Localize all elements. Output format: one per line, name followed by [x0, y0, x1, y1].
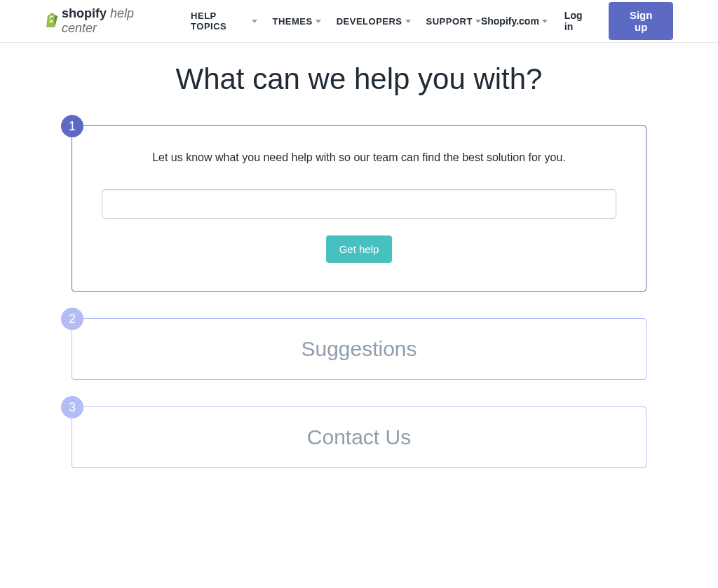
step-2-box: 2 Suggestions — [72, 318, 646, 380]
step-2-title: Suggestions — [100, 337, 618, 361]
logo[interactable]: shopify help center — [45, 6, 170, 36]
step-3-box: 3 Contact Us — [72, 406, 646, 468]
step-2-badge: 2 — [61, 308, 83, 330]
main-nav: HELP TOPICS THEMES DEVELOPERS SUPPORT — [191, 11, 481, 32]
step-1-badge: 1 — [61, 115, 83, 137]
chevron-down-icon — [475, 20, 481, 23]
signup-button[interactable]: Sign up — [609, 2, 673, 40]
header: shopify help center HELP TOPICS THEMES D… — [0, 0, 718, 43]
nav-support[interactable]: SUPPORT — [426, 11, 481, 32]
logo-text: shopify help center — [62, 6, 170, 36]
step-3-badge: 3 — [61, 396, 83, 418]
chevron-down-icon — [252, 20, 257, 23]
get-help-button[interactable]: Get help — [326, 235, 393, 263]
help-input[interactable] — [102, 189, 616, 219]
shopify-com-link[interactable]: Shopify.com — [481, 15, 548, 27]
chevron-down-icon — [542, 20, 548, 23]
nav-themes[interactable]: THEMES — [273, 11, 321, 32]
login-link[interactable]: Log in — [564, 10, 592, 32]
header-right: Shopify.com Log in Sign up — [481, 2, 673, 40]
page-title: What can we help you with? — [72, 62, 646, 96]
nav-help-topics[interactable]: HELP TOPICS — [191, 11, 257, 32]
chevron-down-icon — [405, 20, 411, 23]
main-content: What can we help you with? 1 Let us know… — [36, 43, 682, 468]
step-1-box: 1 Let us know what you need help with so… — [72, 125, 646, 292]
step-3-title: Contact Us — [100, 425, 618, 449]
header-left: shopify help center HELP TOPICS THEMES D… — [45, 6, 481, 36]
nav-developers[interactable]: DEVELOPERS — [337, 11, 411, 32]
step-1-prompt: Let us know what you need help with so o… — [100, 151, 618, 164]
chevron-down-icon — [316, 20, 321, 23]
shopify-bag-icon — [45, 12, 59, 30]
